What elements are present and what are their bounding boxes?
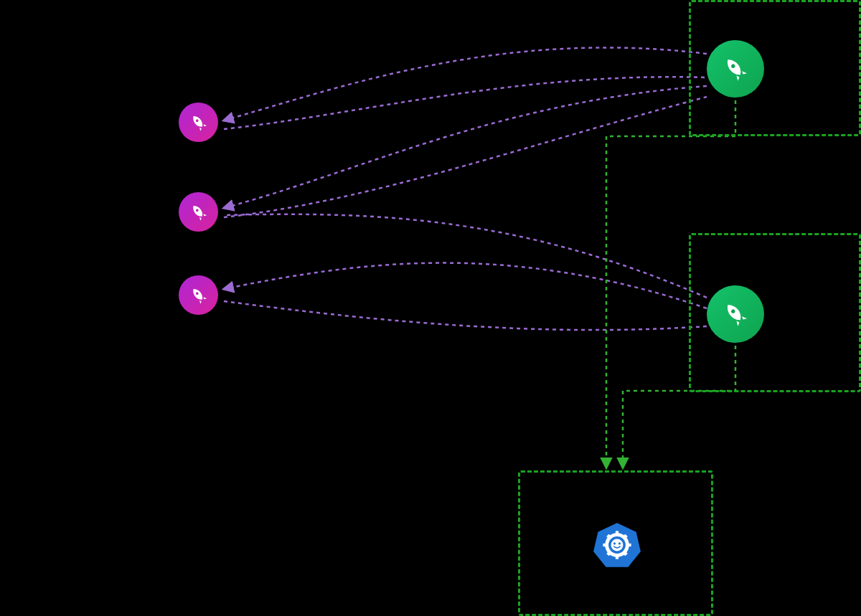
svg-point-9	[613, 542, 616, 544]
svg-rect-14	[627, 544, 631, 546]
edge-src1-t2	[224, 86, 707, 208]
edge-src1-t1-return	[224, 77, 707, 129]
edge-src2-t2	[224, 214, 707, 298]
argocd-source-1	[707, 40, 764, 98]
edge-src2-t3	[224, 263, 707, 308]
edge-src1-t2-return	[224, 97, 707, 217]
argocd-source-2	[707, 285, 764, 343]
kops-icon	[592, 560, 642, 572]
rocket-icon	[189, 285, 209, 305]
svg-rect-11	[616, 531, 618, 535]
rocket-icon	[721, 55, 750, 83]
svg-point-8	[611, 539, 624, 551]
kops-target	[592, 520, 642, 570]
svg-rect-13	[603, 544, 607, 546]
argocd-target-2	[179, 192, 218, 232]
argocd-target-3	[179, 275, 218, 315]
edge-src1-t1	[224, 47, 707, 120]
svg-point-10	[618, 542, 621, 544]
edge-src2-t3-return	[224, 301, 707, 330]
rocket-icon	[189, 113, 209, 133]
svg-rect-12	[616, 555, 618, 559]
argocd-target-1	[179, 103, 218, 142]
diagram-stage	[0, 0, 861, 616]
rocket-icon	[721, 300, 750, 328]
rocket-icon	[189, 202, 209, 222]
